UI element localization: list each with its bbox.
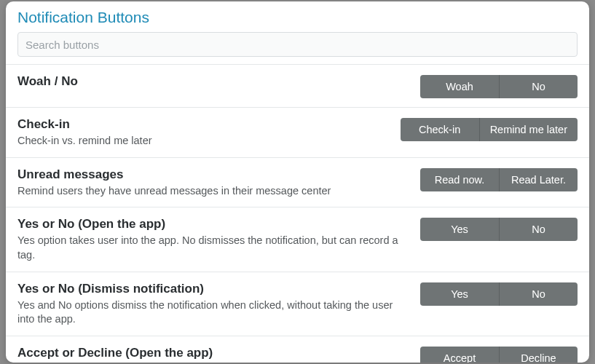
notification-button-group: YesNo <box>420 218 578 241</box>
list-item-meta: Woah / No <box>17 74 420 90</box>
list-item-meta: Unread messagesRemind users they have un… <box>17 167 420 199</box>
notification-button[interactable]: Yes <box>420 282 499 306</box>
list-item-title: Yes or No (Dismiss notification) <box>17 281 411 297</box>
notification-button[interactable]: No <box>499 282 578 306</box>
list-item-meta: Check-inCheck-in vs. remind me later <box>17 116 401 149</box>
notification-button-list: Woah / NoWoahNoCheck-inCheck-in vs. remi… <box>6 64 589 363</box>
modal-title: Notification Buttons <box>6 1 589 32</box>
notification-button-group: WoahNo <box>420 75 578 98</box>
notification-button-group: YesNo <box>420 282 578 306</box>
notification-button[interactable]: Yes <box>420 218 499 241</box>
notification-button[interactable]: No <box>499 75 578 98</box>
list-item-desc: Remind users they have unread messages i… <box>17 184 411 199</box>
notification-button[interactable]: No <box>499 218 578 241</box>
notification-button[interactable]: Remind me later <box>479 118 578 141</box>
notification-button-group: AcceptDecline <box>420 347 578 363</box>
list-item-title: Woah / No <box>17 74 411 90</box>
list-item[interactable]: Woah / NoWoahNo <box>6 64 589 108</box>
notification-button[interactable]: Check-in <box>401 118 479 141</box>
search-wrap <box>6 32 589 64</box>
list-item-meta: Yes or No (Dismiss notification)Yes and … <box>17 281 420 327</box>
list-item[interactable]: Accept or Decline (Open the app)Accept o… <box>6 336 589 363</box>
list-item-desc: Yes option takes user into the app. No d… <box>17 234 411 262</box>
notification-button[interactable]: Woah <box>420 75 499 98</box>
list-item-meta: Yes or No (Open the app)Yes option takes… <box>17 216 420 262</box>
list-item-title: Unread messages <box>17 167 411 183</box>
list-item-meta: Accept or Decline (Open the app)Accept o… <box>17 345 420 363</box>
notification-button[interactable]: Decline <box>499 347 578 363</box>
list-item-desc: Check-in vs. remind me later <box>17 134 392 149</box>
notification-button[interactable]: Accept <box>420 347 499 363</box>
notification-button-group: Check-inRemind me later <box>401 118 578 141</box>
notification-button[interactable]: Read Later. <box>499 168 578 191</box>
list-item[interactable]: Check-inCheck-in vs. remind me laterChec… <box>6 108 589 158</box>
list-item[interactable]: Yes or No (Open the app)Yes option takes… <box>6 207 589 272</box>
list-item-desc: Yes and No options dismiss the notificat… <box>17 298 411 327</box>
search-input[interactable] <box>17 32 578 57</box>
list-item-title: Yes or No (Open the app) <box>17 216 411 232</box>
list-item[interactable]: Yes or No (Dismiss notification)Yes and … <box>6 272 589 336</box>
list-item-title: Accept or Decline (Open the app) <box>17 345 411 361</box>
notification-button[interactable]: Read now. <box>420 168 499 191</box>
list-item[interactable]: Unread messagesRemind users they have un… <box>6 158 589 208</box>
notification-button-group: Read now.Read Later. <box>420 168 578 191</box>
list-item-title: Check-in <box>17 116 392 132</box>
notification-buttons-modal: Notification Buttons Woah / NoWoahNoChec… <box>6 1 589 363</box>
